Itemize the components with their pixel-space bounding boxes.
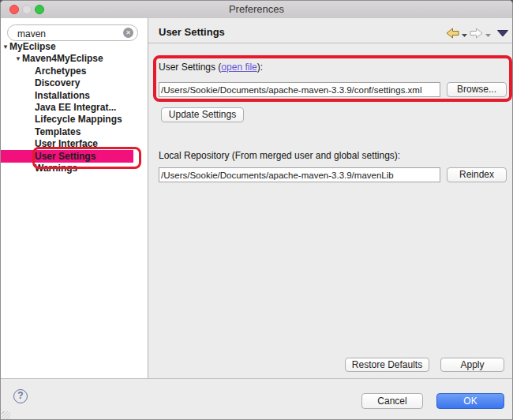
- page-title: User Settings: [159, 26, 225, 38]
- disclosure-triangle-icon[interactable]: ▼: [2, 41, 9, 53]
- back-arrow-icon[interactable]: [446, 28, 459, 39]
- preferences-window: Preferences ✕ ▼ MyEclipse ▼ Maven4MyEcli…: [0, 0, 513, 420]
- ok-button[interactable]: OK: [436, 393, 504, 409]
- tree-item-maven4myeclipse[interactable]: ▼ Maven4MyEclipse: [1, 53, 148, 65]
- forward-dropdown-icon[interactable]: [485, 28, 491, 38]
- title-bar: Preferences: [1, 1, 512, 19]
- header-separator: [148, 43, 513, 43]
- window-title: Preferences: [1, 1, 512, 18]
- apply-button[interactable]: Apply: [440, 358, 504, 372]
- open-file-link[interactable]: open file: [221, 62, 256, 73]
- reindex-button[interactable]: Reindex: [447, 167, 507, 182]
- tree-item-lifecycle-mappings[interactable]: Lifecycle Mappings: [1, 114, 148, 126]
- user-settings-path-field[interactable]: [159, 82, 440, 97]
- help-button[interactable]: ?: [13, 389, 28, 403]
- view-menu-icon[interactable]: [497, 28, 508, 38]
- tree-item-label: User Interface: [35, 138, 98, 149]
- settings-panel: User Settings User Settings (open file):…: [148, 18, 513, 378]
- local-repository-label: Local Repository (From merged user and g…: [159, 150, 400, 161]
- back-dropdown-icon[interactable]: [462, 28, 467, 38]
- user-settings-label: User Settings (open file):: [159, 62, 263, 73]
- restore-defaults-button[interactable]: Restore Defaults: [345, 358, 429, 372]
- clear-search-icon[interactable]: ✕: [123, 28, 133, 38]
- tree-item-installations[interactable]: Installations: [1, 90, 148, 102]
- search-input[interactable]: [16, 26, 122, 41]
- footer-separator: [1, 378, 512, 379]
- forward-arrow-icon[interactable]: [470, 28, 483, 39]
- local-repository-path-field[interactable]: [159, 167, 440, 182]
- tree-item-label: Maven4MyEclipse: [22, 53, 103, 64]
- tree-item-label: Archetypes: [35, 66, 86, 77]
- tree-item-user-interface[interactable]: User Interface: [1, 138, 148, 150]
- tree-item-label: User Settings: [35, 151, 95, 162]
- tree-item-myeclipse[interactable]: ▼ MyEclipse: [1, 41, 148, 53]
- update-settings-button[interactable]: Update Settings: [161, 107, 244, 122]
- tree-item-label: Discovery: [35, 77, 80, 88]
- tree-item-templates[interactable]: Templates: [1, 126, 148, 138]
- label-text: User Settings (: [159, 62, 221, 73]
- tree-item-label: Installations: [35, 90, 90, 101]
- cancel-button[interactable]: Cancel: [361, 393, 423, 409]
- tree-item-warnings[interactable]: Warnings: [1, 163, 148, 174]
- tree-item-label: Templates: [35, 126, 81, 137]
- tree-item-discovery[interactable]: Discovery: [1, 77, 148, 89]
- resize-grip[interactable]: [2, 411, 10, 420]
- label-text: ):: [257, 62, 263, 73]
- history-navigation: [446, 27, 508, 39]
- tree-item-label: Lifecycle Mappings: [35, 114, 122, 125]
- tree-item-archetypes[interactable]: Archetypes: [1, 66, 148, 77]
- sidebar: ✕ ▼ MyEclipse ▼ Maven4MyEclipse Archetyp…: [1, 18, 148, 378]
- disclosure-triangle-icon[interactable]: ▼: [15, 53, 21, 65]
- tree-item-java-ee-integration[interactable]: Java EE Integrat...: [1, 102, 148, 114]
- filter-search-box[interactable]: ✕: [7, 24, 138, 41]
- tree-item-user-settings[interactable]: User Settings: [1, 151, 148, 163]
- tree-item-label: Java EE Integrat...: [35, 102, 116, 113]
- tree-item-label: MyEclipse: [9, 41, 56, 52]
- tree-item-label: Warnings: [35, 163, 77, 174]
- browse-button[interactable]: Browse...: [447, 82, 507, 97]
- preferences-tree: ▼ MyEclipse ▼ Maven4MyEclipse Archetypes…: [1, 41, 148, 174]
